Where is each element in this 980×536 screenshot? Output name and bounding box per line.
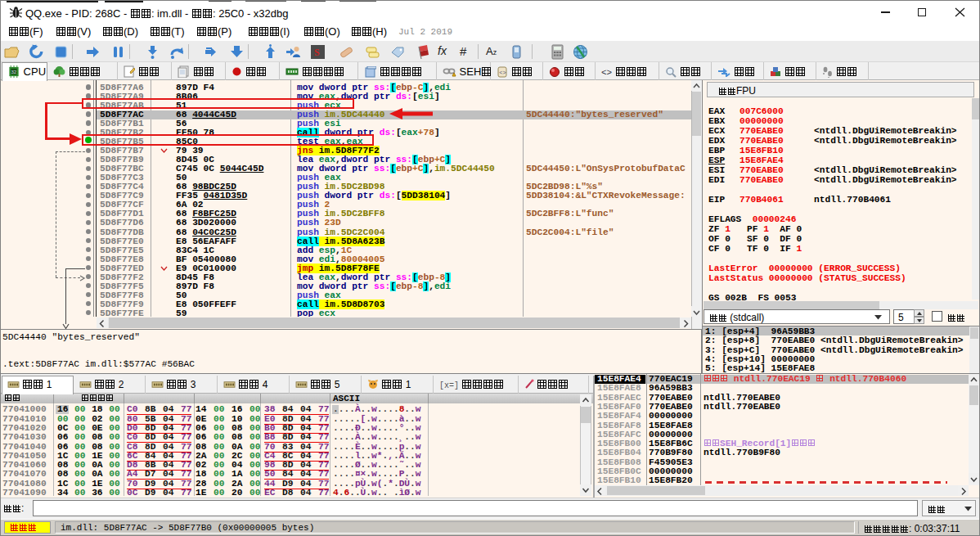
svg-text:<>: <>	[499, 70, 506, 76]
svg-text:S: S	[314, 47, 320, 58]
svg-text:32: 32	[11, 69, 16, 74]
